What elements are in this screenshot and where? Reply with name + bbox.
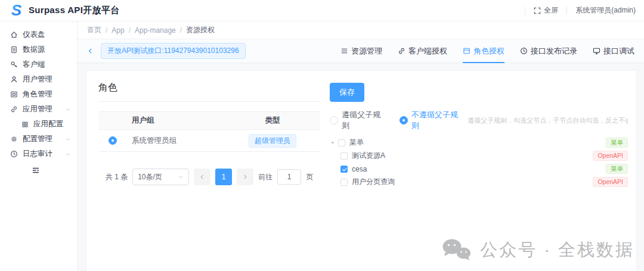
radio-label: 遵循父子规则: [342, 110, 383, 131]
sidebar-item-label: 日志审计: [23, 149, 52, 159]
home-icon: [10, 31, 18, 39]
app-title: Surpass API开放平台: [29, 5, 119, 16]
checkbox[interactable]: [340, 179, 348, 186]
monitor-icon: [593, 47, 600, 55]
table-row[interactable]: 系统管理员组 超级管理员: [98, 130, 320, 152]
sidebar-item-label: 数据源: [23, 45, 45, 55]
tab-label: 角色授权: [473, 46, 504, 57]
user-icon: [10, 76, 18, 83]
current-user[interactable]: 系统管理员(admin): [575, 5, 636, 15]
sidebar-item-users[interactable]: 用户管理: [0, 72, 77, 87]
tab-label: 接口发布记录: [531, 46, 577, 57]
sidebar-item-log-audit[interactable]: 日志审计: [0, 147, 77, 161]
node-type-badge: 菜单: [606, 164, 628, 174]
radio-icon: [400, 116, 408, 124]
page-title: 角色: [98, 82, 320, 94]
checkbox-checked[interactable]: [340, 166, 348, 173]
chevron-down-icon: [65, 136, 71, 142]
sidebar-item-label: 客户端: [23, 60, 45, 70]
radio-label: 不遵循父子规则: [411, 110, 459, 131]
checkbox[interactable]: [338, 139, 345, 147]
page-size-value: 10条/页: [138, 172, 162, 182]
tab-bar: 资源管理 客户端授权 角色授权 接口发布记录 接口调试: [340, 39, 634, 63]
next-page-button[interactable]: [237, 169, 253, 185]
save-button[interactable]: 保存: [330, 83, 364, 102]
sidebar-item-label: 配置管理: [23, 134, 52, 144]
chevron-down-icon: [65, 151, 71, 157]
tab-label: 资源管理: [351, 46, 382, 57]
breadcrumb-current: 资源授权: [186, 25, 215, 35]
clock-icon: [520, 47, 528, 55]
tree-node-menu[interactable]: 菜单 菜单: [330, 138, 628, 147]
radio-icon: [330, 116, 338, 124]
resource-tree: 菜单 菜单 测试资源A OpenAPI cesa: [330, 138, 628, 186]
gear-icon: [10, 135, 18, 143]
page-number-button[interactable]: 1: [215, 169, 232, 185]
sidebar-item-config-manage[interactable]: 配置管理: [0, 132, 77, 147]
sidebar-item-label: 角色管理: [23, 89, 52, 99]
node-type-badge: OpenAPI: [593, 151, 628, 161]
breadcrumb: 首页 / App / App-manage / 资源授权: [78, 21, 644, 39]
sidebar-collapse-button[interactable]: [0, 163, 77, 178]
app-header: S Surpass API开放平台 全屏 系统管理员(admin): [0, 0, 644, 21]
row-radio[interactable]: [109, 136, 117, 145]
checkbox[interactable]: [340, 152, 348, 160]
chevron-up-icon: [65, 107, 71, 113]
file-icon: [10, 46, 18, 54]
pagination-total: 共 1 条: [106, 172, 128, 182]
caret-down-icon[interactable]: [330, 140, 338, 146]
goto-page-input[interactable]: [277, 169, 301, 185]
list-icon: [340, 47, 348, 55]
divider: [98, 101, 320, 102]
goto-label: 前往: [258, 172, 273, 182]
tree-node-label: 菜单: [349, 138, 364, 148]
tree-node-user-page-query[interactable]: 用户分页查询 OpenAPI: [330, 177, 628, 186]
role-panel: 角色 用户组 类型 系统管理员组 超级管理员: [98, 82, 320, 271]
sidebar-item-label: 用户管理: [23, 74, 52, 85]
tab-resource-manage[interactable]: 资源管理: [340, 39, 382, 63]
breadcrumb-separator: /: [106, 26, 107, 35]
tab-api-debug[interactable]: 接口调试: [593, 39, 634, 63]
row-group-cell: 系统管理员组: [127, 136, 225, 146]
page-size-select[interactable]: 10条/页: [132, 169, 189, 185]
link-icon: [398, 47, 405, 55]
sidebar-item-label: 应用配置: [33, 119, 63, 129]
svg-text:S: S: [11, 2, 22, 18]
sidebar-item-client[interactable]: 客户端: [0, 57, 77, 72]
back-icon[interactable]: [87, 48, 94, 54]
breadcrumb-separator: /: [180, 26, 182, 35]
sidebar-item-app-manage[interactable]: 应用管理: [0, 102, 77, 117]
table-header-type: 类型: [225, 116, 320, 126]
radio-not-follow-rule[interactable]: 不遵循父子规则: [400, 110, 459, 131]
sidebar-item-datasource[interactable]: 数据源: [0, 42, 77, 57]
radio-follow-rule[interactable]: 遵循父子规则: [330, 110, 383, 131]
rule-options: 遵循父子规则 不遵循父子规则 遵循父子规则，勾选父节点，子节点自动勾选，反之不会…: [330, 110, 628, 131]
auth-panel: 保存 遵循父子规则 不遵循父子规则 遵循父子规则，勾选父节点，子节点自动勾选，反…: [330, 82, 628, 271]
sidebar-item-dashboard[interactable]: 仪表盘: [0, 27, 77, 42]
rule-hint: 遵循父子规则，勾选父节点，子节点自动勾选，反之不会勾选: [467, 116, 628, 125]
tree-node-test-resource-a[interactable]: 测试资源A OpenAPI: [330, 151, 628, 160]
clock-icon: [10, 150, 18, 158]
tab-role-auth[interactable]: 角色授权: [463, 39, 504, 63]
tab-client-auth[interactable]: 客户端授权: [398, 39, 447, 63]
prev-page-button[interactable]: [194, 169, 210, 185]
page-unit-label: 页: [306, 172, 313, 182]
sidebar-item-label: 仪表盘: [23, 30, 45, 40]
tree-node-cesa[interactable]: cesa 菜单: [330, 164, 628, 173]
tab-label: 接口调试: [603, 46, 634, 57]
api-chip[interactable]: 开放API测试接口:1194279439010103296: [101, 43, 246, 59]
tab-publish-record[interactable]: 接口发布记录: [520, 39, 577, 63]
breadcrumb-home[interactable]: 首页: [87, 25, 101, 35]
tree-node-label: cesa: [352, 165, 367, 173]
sidebar-item-app-config[interactable]: 应用配置: [0, 117, 77, 132]
fullscreen-button[interactable]: 全屏: [534, 5, 558, 15]
sidebar: 仪表盘 数据源 客户端 用户管理 角色管理: [0, 21, 78, 271]
breadcrumb-app[interactable]: App: [112, 26, 124, 35]
sidebar-item-label: 应用管理: [23, 104, 52, 114]
breadcrumb-app-manage[interactable]: App-manage: [135, 26, 176, 35]
sidebar-item-roles[interactable]: 角色管理: [0, 87, 77, 102]
pagination: 共 1 条 10条/页 1 前往 页: [98, 169, 320, 185]
content-area: 角色 用户组 类型 系统管理员组 超级管理员: [78, 63, 644, 271]
chevron-down-icon: [178, 174, 184, 180]
app-logo: S: [8, 2, 24, 18]
